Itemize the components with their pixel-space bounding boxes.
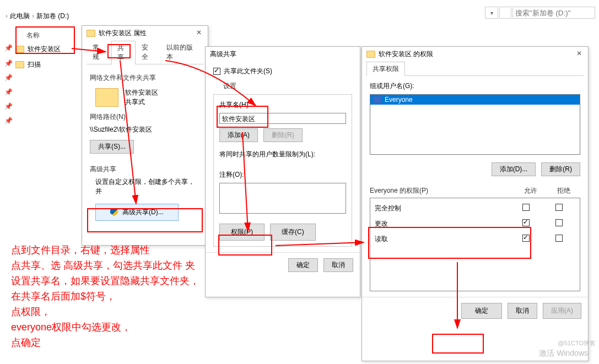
deny-checkbox[interactable] [555, 235, 563, 242]
ok-button[interactable]: 确定 [461, 303, 502, 319]
user-listbox[interactable]: Everyone [370, 94, 580, 155]
share-folder-name: 软件安装区 [125, 88, 158, 97]
dialog-titlebar[interactable]: 软件安装区 的权限 ✕ [362, 47, 588, 61]
annotation-box [107, 44, 131, 58]
annotation-line: 点共享、选 高级共享，勾选共享此文件 夹 [11, 258, 199, 273]
tab-previous[interactable]: 以前的版本 [160, 40, 203, 64]
groups-label: 组或用户名(G): [370, 82, 580, 91]
pin-icon: 📌 [4, 88, 13, 96]
remove-button: 删除(R) [263, 128, 303, 142]
search-input[interactable] [512, 7, 595, 19]
people-icon [374, 96, 381, 103]
allow-checkbox[interactable] [522, 204, 530, 211]
annotation-box [218, 235, 272, 256]
advanced-sharing-dialog: 高级共享 共享此文件夹(S) 设置 共享名(H): 软件安装区 添加(A) 删除… [205, 46, 360, 297]
limit-label: 将同时共享的用户数量限制为(L): [219, 150, 346, 159]
folder-name: 扫描 [28, 60, 41, 69]
refresh-button[interactable] [499, 7, 511, 19]
cancel-button[interactable]: 取消 [323, 258, 353, 272]
advanced-share-title: 高级共享 [90, 165, 200, 174]
add-button[interactable]: 添加(A) [219, 128, 258, 142]
dialog-title: 高级共享 [210, 50, 236, 59]
pin-icon: 📌 [4, 117, 13, 124]
comment-label: 注释(O): [219, 170, 346, 180]
annotation-box [217, 106, 268, 128]
dialog-title: 软件安装区 属性 [99, 29, 147, 38]
breadcrumb-part[interactable]: 此电脑 [10, 12, 30, 21]
user-item[interactable]: Everyone [370, 95, 580, 105]
dropdown-button[interactable]: ▾ [485, 7, 498, 19]
annotation-line: 点到文件目录，右键，选择属性 [11, 242, 199, 258]
cache-button[interactable]: 缓存(C) [270, 224, 316, 241]
perm-name: 完全控制 [375, 204, 509, 213]
share-checkbox-row[interactable]: 共享此文件夹(S) [213, 67, 352, 76]
netpath-label: 网络路径(N): [90, 112, 200, 122]
annotation-line: everyone权限中勾选更改， [11, 319, 199, 335]
annotation-text: 点到文件目录，右键，选择属性 点共享、选 高级共享，勾选共享此文件 夹 设置共享… [11, 242, 199, 350]
folder-icon [87, 30, 95, 37]
deny-checkbox[interactable] [555, 219, 563, 226]
deny-checkbox[interactable] [555, 204, 563, 211]
close-icon[interactable]: ✕ [575, 50, 584, 58]
allow-header: 允许 [514, 186, 547, 195]
share-checkbox-label: 共享此文件夹(S) [224, 67, 272, 76]
share-state: 共享式 [125, 97, 158, 107]
watermark-source: @51CTO博客 [558, 339, 596, 347]
pin-icon: 📌 [4, 59, 13, 67]
tab-bar: 共享权限 [366, 61, 584, 76]
annotation-line: 点确定 [11, 335, 199, 350]
permissions-dialog: 软件安装区 的权限 ✕ 共享权限 组或用户名(G): Everyone 添加(D… [361, 46, 589, 361]
pin-icon: 📌 [4, 44, 13, 52]
apply-button[interactable]: 应用(A) [543, 303, 581, 319]
tab-bar: 常规 共享 安全 以前的版本 [87, 40, 203, 64]
permissions-for-label: Everyone 的权限(P) [370, 186, 514, 195]
annotation-box [432, 334, 484, 354]
checkbox-icon[interactable] [213, 68, 220, 75]
ok-button[interactable]: 确定 [288, 258, 318, 272]
annotation-box [368, 227, 531, 259]
add-user-button[interactable]: 添加(D)... [492, 162, 536, 176]
user-name: Everyone [385, 96, 413, 104]
comment-field[interactable] [219, 183, 346, 214]
chevron-icon: › [6, 12, 8, 20]
annotation-box [87, 208, 203, 232]
tab-share-permissions[interactable]: 共享权限 [366, 62, 405, 76]
annotation-line: 设置共享名，如果要设置隐藏共享文件夹， [11, 273, 199, 289]
settings-label: 设置 [223, 82, 352, 91]
section-title: 网络文件和文件夹共享 [90, 73, 200, 83]
annotation-line: 在共享名后面加$符号， [11, 289, 199, 304]
pin-icon: 📌 [4, 74, 13, 82]
chevron-down-icon: ▾ [490, 10, 493, 16]
perm-row-full: 完全控制 [375, 200, 575, 216]
dialog-titlebar[interactable]: 软件安装区 属性 ✕ [82, 26, 208, 40]
folder-icon [366, 51, 375, 58]
netpath-value: \\Suzfile2\软件安装区 [90, 125, 200, 134]
advanced-share-desc: 设置自定义权限，创建多个共享，并 [95, 177, 200, 196]
dialog-titlebar[interactable]: 高级共享 [206, 47, 360, 61]
allow-checkbox[interactable] [522, 219, 530, 226]
close-icon[interactable]: ✕ [195, 29, 203, 37]
tab-security[interactable]: 安全 [136, 40, 160, 64]
pin-icon: 📌 [4, 102, 13, 110]
annotation-box [15, 26, 75, 54]
folder-icon [95, 88, 118, 107]
deny-header: 拒绝 [547, 186, 580, 195]
share-button[interactable]: 共享(S)... [90, 140, 134, 154]
breadcrumb-part[interactable]: 新加卷 (D:) [36, 12, 69, 21]
folder-icon [15, 61, 24, 68]
watermark: 激活 Windows [539, 349, 588, 358]
cancel-button[interactable]: 取消 [508, 303, 537, 319]
dialog-title: 软件安装区 的权限 [379, 50, 433, 59]
folder-row[interactable]: 扫描 [15, 58, 61, 70]
chevron-icon: › [32, 12, 34, 20]
annotation-line: 点权限， [11, 304, 199, 319]
remove-user-button[interactable]: 删除(R) [541, 162, 580, 176]
